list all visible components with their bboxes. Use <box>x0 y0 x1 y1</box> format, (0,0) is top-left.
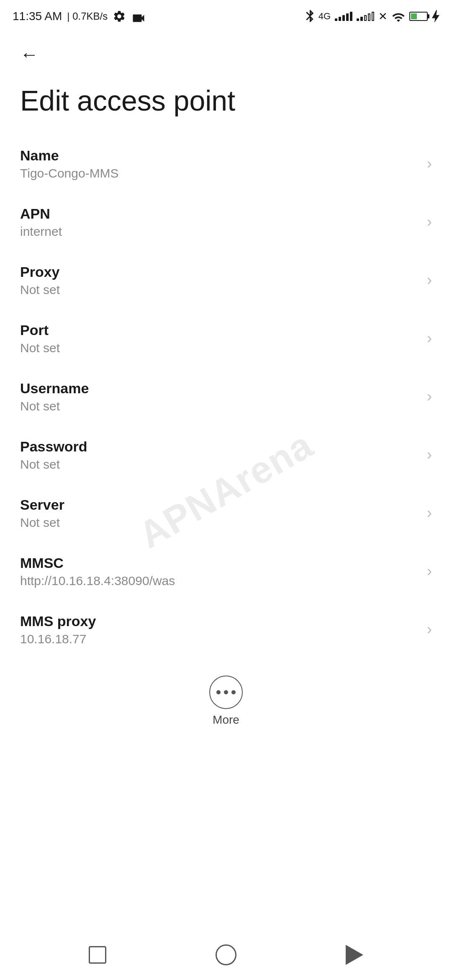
status-speed: | 0.7KB/s <box>67 10 108 22</box>
setting-item-apn[interactable]: APN internet › <box>0 193 452 251</box>
setting-label-mmsc: MMSC <box>20 555 419 571</box>
nav-back-button[interactable] <box>340 940 369 970</box>
no-signal-icon: ✕ <box>378 10 388 23</box>
page-title-section: Edit access point <box>0 75 452 131</box>
setting-label-name: Name <box>20 147 419 164</box>
setting-item-port[interactable]: Port Not set › <box>0 309 452 368</box>
setting-label-apn: APN <box>20 206 419 222</box>
setting-item-mmsc[interactable]: MMSC http://10.16.18.4:38090/was › <box>0 542 452 601</box>
chevron-right-icon: › <box>427 446 432 464</box>
home-icon <box>216 944 236 965</box>
setting-item-mms-proxy[interactable]: MMS proxy 10.16.18.77 › <box>0 601 452 659</box>
setting-content-mms-proxy: MMS proxy 10.16.18.77 <box>20 613 419 646</box>
status-right: 4G ✕ <box>305 10 439 23</box>
setting-item-username[interactable]: Username Not set › <box>0 368 452 426</box>
battery-fill <box>411 13 417 19</box>
page-title: Edit access point <box>20 84 432 118</box>
chevron-right-icon: › <box>427 330 432 347</box>
chevron-right-icon: › <box>427 562 432 580</box>
nav-home-button[interactable] <box>211 940 241 970</box>
status-time: 11:35 AM <box>13 10 62 23</box>
status-left: 11:35 AM | 0.7KB/s <box>13 10 146 23</box>
setting-item-name[interactable]: Name Tigo-Congo-MMS › <box>0 135 452 193</box>
setting-value-apn: internet <box>20 224 419 239</box>
status-bar: 11:35 AM | 0.7KB/s 4G <box>0 0 452 29</box>
camera-icon <box>131 10 146 22</box>
recents-icon <box>89 946 106 964</box>
top-navigation: ← <box>0 29 452 75</box>
setting-value-server: Not set <box>20 516 419 530</box>
setting-content-proxy: Proxy Not set <box>20 264 419 297</box>
chevron-right-icon: › <box>427 621 432 638</box>
more-section: More <box>0 663 452 735</box>
chevron-right-icon: › <box>427 388 432 405</box>
more-dots-icon <box>216 690 236 694</box>
setting-label-server: Server <box>20 497 419 513</box>
battery-icon <box>409 12 428 21</box>
chevron-right-icon: › <box>427 155 432 173</box>
setting-label-mms-proxy: MMS proxy <box>20 613 419 629</box>
wifi-icon <box>392 10 405 22</box>
setting-label-proxy: Proxy <box>20 264 419 280</box>
setting-value-password: Not set <box>20 457 419 472</box>
signal-bars-2 <box>357 12 374 21</box>
setting-value-mms-proxy: 10.16.18.77 <box>20 632 419 646</box>
bluetooth-icon <box>305 10 314 23</box>
setting-content-server: Server Not set <box>20 497 419 530</box>
setting-value-username: Not set <box>20 399 419 413</box>
setting-item-password[interactable]: Password Not set › <box>0 426 452 484</box>
setting-label-port: Port <box>20 322 419 338</box>
setting-value-mmsc: http://10.16.18.4:38090/was <box>20 574 419 588</box>
signal-bars-1 <box>335 12 352 21</box>
network-type: 4G <box>318 11 331 22</box>
setting-content-password: Password Not set <box>20 438 419 472</box>
setting-label-password: Password <box>20 438 419 455</box>
setting-item-server[interactable]: Server Not set › <box>0 484 452 542</box>
nav-recents-button[interactable] <box>83 940 112 970</box>
setting-item-proxy[interactable]: Proxy Not set › <box>0 251 452 309</box>
more-button[interactable] <box>209 676 243 709</box>
back-button[interactable]: ← <box>17 42 42 67</box>
setting-content-port: Port Not set <box>20 322 419 355</box>
charging-icon <box>432 10 439 23</box>
chevron-right-icon: › <box>427 213 432 231</box>
chevron-right-icon: › <box>427 504 432 522</box>
setting-content-name: Name Tigo-Congo-MMS <box>20 147 419 181</box>
bottom-navigation <box>0 930 452 980</box>
setting-value-port: Not set <box>20 341 419 355</box>
more-label: More <box>213 713 239 727</box>
back-icon <box>346 945 363 965</box>
chevron-right-icon: › <box>427 271 432 289</box>
settings-list: Name Tigo-Congo-MMS › APN internet › Pro… <box>0 131 452 663</box>
gear-icon <box>113 10 126 23</box>
back-arrow-icon: ← <box>20 45 39 64</box>
setting-label-username: Username <box>20 380 419 397</box>
battery-container <box>409 12 428 21</box>
setting-content-mmsc: MMSC http://10.16.18.4:38090/was <box>20 555 419 588</box>
setting-content-apn: APN internet <box>20 206 419 239</box>
setting-value-proxy: Not set <box>20 283 419 297</box>
setting-content-username: Username Not set <box>20 380 419 413</box>
setting-value-name: Tigo-Congo-MMS <box>20 166 419 181</box>
